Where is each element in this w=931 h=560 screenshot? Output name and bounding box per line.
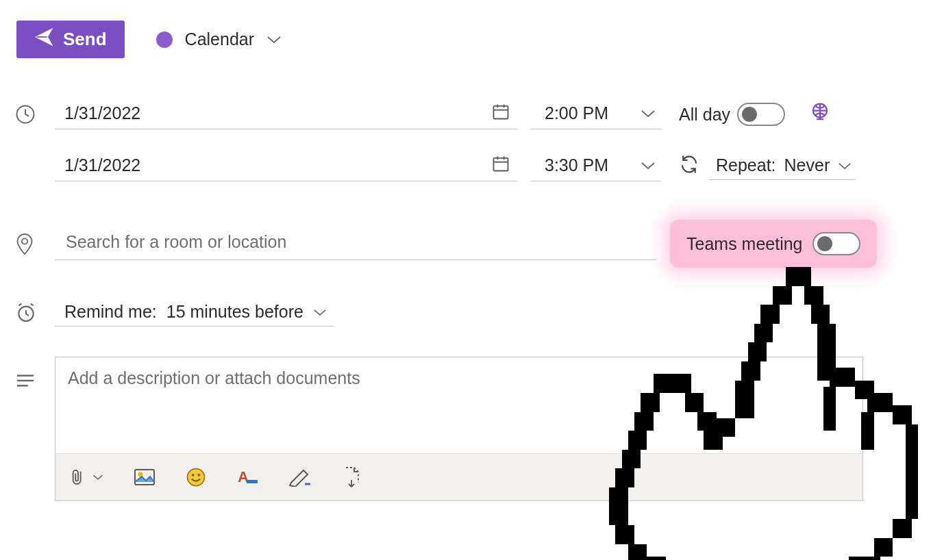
svg-rect-45 [615,525,634,544]
teams-meeting-highlight: Teams meeting [670,220,877,268]
location-row: Teams meeting [0,220,931,268]
location-input-wrapper [55,227,656,260]
end-time-value: 3:30 PM [545,155,608,175]
repeat-dropdown[interactable]: Repeat: Never [709,153,856,180]
repeat-group: Repeat: Never [679,153,856,180]
svg-point-11 [22,238,27,244]
end-date-value: 1/31/2022 [64,155,140,175]
calendar-icon[interactable] [491,154,510,177]
end-date-input[interactable]: 1/31/2022 [55,151,517,181]
start-time-input[interactable]: 2:00 PM [531,99,661,129]
insert-image-button[interactable] [134,468,156,486]
location-input[interactable] [64,231,651,253]
calendar-label: Calendar [185,29,254,49]
start-date-value: 1/31/2022 [64,103,140,123]
send-icon [34,27,53,51]
svg-rect-56 [893,519,912,538]
description-box: Add a description or attach documents [55,357,863,501]
start-date-input[interactable]: 1/31/2022 [55,99,517,129]
attach-button[interactable] [71,467,103,487]
insert-file-button[interactable] [342,466,362,488]
end-datetime-row: 1/31/2022 3:30 PM Repeat: [0,151,931,181]
reminder-label: Remind me: [64,302,157,322]
send-button[interactable]: Send [16,21,125,58]
chevron-down-icon [838,157,852,175]
location-icon [15,232,55,255]
svg-point-18 [188,469,205,486]
chevron-down-icon [641,105,656,123]
svg-rect-57 [874,538,893,557]
all-day-toggle-group: All day [679,103,785,126]
reminder-value: 15 minutes before [166,302,303,322]
svg-point-20 [198,474,201,476]
header-bar: Send Calendar [0,0,931,58]
svg-rect-47 [647,557,666,560]
svg-rect-7 [494,158,508,171]
end-time-input[interactable]: 3:30 PM [531,151,661,181]
all-day-label: All day [679,105,730,125]
svg-rect-2 [494,106,508,119]
reminder-dropdown[interactable]: Remind me: 15 minutes before [55,299,334,327]
calendar-icon[interactable] [491,102,510,125]
timezone-icon[interactable] [810,102,830,127]
start-time-value: 2:00 PM [545,103,608,123]
reminder-row: Remind me: 15 minutes before [0,299,931,327]
description-icon [15,357,55,388]
teams-meeting-label: Teams meeting [686,234,803,254]
format-toolbar: A [55,453,862,500]
teams-meeting-toggle[interactable] [812,232,860,255]
svg-rect-58 [849,557,880,560]
all-day-toggle[interactable] [737,103,785,126]
chevron-down-icon [266,35,282,44]
chevron-down-icon [641,157,656,175]
alarm-icon [15,302,55,324]
repeat-label: Repeat: [716,155,776,175]
event-form: 1/31/2022 2:00 PM All day [0,99,931,501]
send-label: Send [63,29,107,50]
svg-rect-46 [628,544,647,560]
font-format-button[interactable]: A [236,467,258,487]
calendar-color-dot [156,31,173,48]
draw-button[interactable] [288,468,312,487]
calendar-selector[interactable]: Calendar [156,29,282,49]
emoji-button[interactable] [186,467,206,487]
description-row: Add a description or attach documents [0,357,931,501]
recurrence-icon [679,154,699,179]
chevron-down-icon [313,303,327,321]
description-textarea[interactable]: Add a description or attach documents [55,357,862,453]
clock-icon [15,104,55,125]
start-datetime-row: 1/31/2022 2:00 PM All day [0,99,931,129]
repeat-value: Never [784,155,830,175]
svg-point-19 [192,474,195,476]
svg-rect-22 [247,480,258,483]
svg-point-17 [139,473,142,476]
